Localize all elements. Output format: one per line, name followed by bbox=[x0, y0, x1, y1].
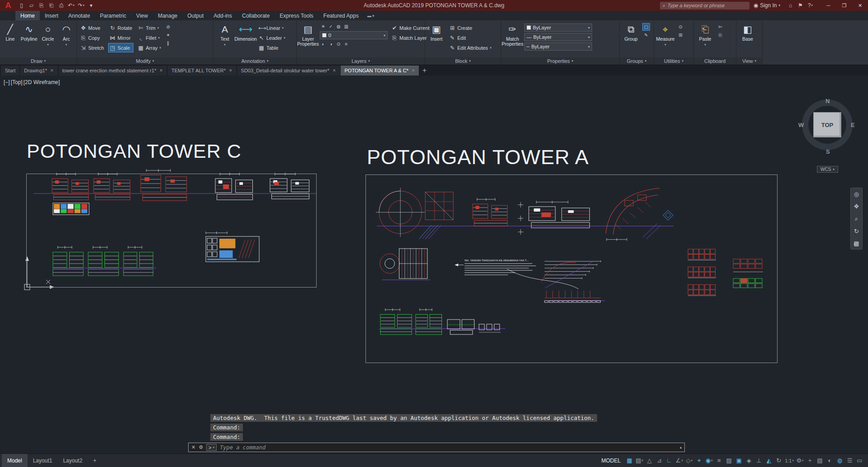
ribbon-tab-insert[interactable]: Insert bbox=[40, 11, 63, 20]
ribbon-layer-on-button[interactable]: ◑ bbox=[327, 41, 334, 47]
save-icon[interactable]: ⎘ bbox=[37, 1, 46, 10]
ribbon-edit-block-button[interactable]: ✎Edit bbox=[448, 33, 492, 42]
file-tab[interactable]: SD03_Detail-detail struktur water tower*… bbox=[237, 66, 341, 75]
file-tab[interactable]: Start bbox=[1, 66, 20, 75]
ribbon-match-properties-button[interactable]: ✑Match Properties bbox=[503, 22, 522, 47]
ribbon-arc-button[interactable]: ◠Arc▾ bbox=[58, 22, 74, 47]
panel-label-utilities[interactable]: Utilities▾ bbox=[654, 57, 693, 65]
plot-icon[interactable]: ⎙ bbox=[57, 1, 66, 10]
close-tab-icon[interactable]: ✕ bbox=[229, 68, 232, 73]
new-file-icon[interactable]: ▯ bbox=[17, 1, 26, 10]
status-quick-properties-toggle[interactable]: ▤ bbox=[815, 455, 825, 466]
file-tab[interactable]: Drawing1*✕ bbox=[20, 66, 58, 75]
object-color-select[interactable]: ByLayer▾ bbox=[524, 24, 592, 32]
zoom-icon[interactable]: ⌕ bbox=[855, 215, 858, 222]
panel-label-annotation[interactable]: Annotation▾ bbox=[213, 57, 296, 65]
status-annotation-visibility-toggle[interactable]: ◭ bbox=[764, 455, 773, 466]
ribbon-layer-lock-button[interactable]: ▥ bbox=[343, 23, 350, 30]
viewcube-east[interactable]: E bbox=[851, 122, 855, 128]
ribbon-tab-annotate[interactable]: Annotate bbox=[63, 11, 95, 20]
ribbon-paste-button[interactable]: ⎗Paste▾ bbox=[696, 22, 714, 47]
ribbon-create-block-button[interactable]: ⊞Create bbox=[448, 24, 492, 32]
pan-icon[interactable]: ✥ bbox=[854, 203, 859, 210]
help-icon[interactable]: ?▾ bbox=[806, 1, 815, 10]
file-tab[interactable]: POTONGAN TOWER A & C*✕ bbox=[341, 66, 420, 75]
ribbon-tab-add-ins[interactable]: Add-ins bbox=[209, 11, 237, 20]
ribbon-insert-button[interactable]: ▣Insert bbox=[427, 22, 446, 42]
ribbon-layer-freeze-button[interactable]: ◍ bbox=[335, 23, 342, 30]
ribbon-move-button[interactable]: ✥Move bbox=[79, 24, 105, 32]
linetype-select[interactable]: ╌ByLayer▾ bbox=[524, 42, 592, 51]
new-layout-button[interactable]: + bbox=[88, 454, 102, 467]
status-isodraft-toggle[interactable]: ◇▾ bbox=[684, 455, 694, 466]
status-polar-tracking-toggle[interactable]: ∠▾ bbox=[674, 455, 684, 466]
status-customization-toggle[interactable]: ☰ bbox=[845, 455, 854, 466]
ribbon-stretch-button[interactable]: ⇲Stretch bbox=[79, 43, 105, 52]
orbit-icon[interactable]: ↻ bbox=[854, 228, 859, 235]
ribbon-make-current-button[interactable]: ✔Make Current bbox=[390, 24, 431, 32]
status-selection-cycling-toggle[interactable]: ▣ bbox=[734, 455, 744, 466]
close-tab-icon[interactable]: ✕ bbox=[332, 68, 336, 73]
ribbon-tab-featured-apps[interactable]: Featured Apps bbox=[318, 11, 364, 20]
command-input[interactable] bbox=[220, 444, 677, 451]
ribbon-erase-button[interactable]: ⊘ bbox=[165, 24, 171, 30]
tower-a-viewport[interactable]: NN, YANGINI TANGGANYA KE ARAHMANA YAA ?.… bbox=[365, 175, 778, 363]
status-graphics-performance-toggle[interactable]: ◍ bbox=[835, 455, 844, 466]
ribbon-array-button[interactable]: ▦Array▾ bbox=[137, 43, 162, 52]
ribbon-edit-attributes-button[interactable]: ✎Edit Attributes▾ bbox=[448, 43, 492, 52]
close-tab-icon[interactable]: ✕ bbox=[412, 68, 415, 73]
panel-label-draw[interactable]: Draw▾ bbox=[0, 57, 76, 65]
command-history-toggle-icon[interactable]: ▴ bbox=[680, 445, 682, 449]
status-grid-display-toggle[interactable]: ▦ bbox=[625, 455, 634, 466]
ribbon-match-layer-button[interactable]: ⎘Match Layer bbox=[390, 33, 431, 42]
wcs-menu[interactable]: WCS ▾ bbox=[817, 166, 838, 173]
close-command-line-icon[interactable]: ✕ bbox=[191, 444, 195, 450]
panel-label-block[interactable]: Block▾ bbox=[425, 57, 501, 65]
new-drawing-tab-button[interactable]: + bbox=[419, 66, 429, 75]
ribbon-layer-off-button[interactable]: ◐ bbox=[320, 41, 327, 47]
ribbon-layer-walk-button[interactable]: ⊙ bbox=[335, 41, 342, 47]
viewcube-north[interactable]: N bbox=[825, 98, 830, 104]
ribbon-tab-home[interactable]: Home bbox=[15, 11, 40, 20]
ribbon-rotate-button[interactable]: ↻Rotate bbox=[109, 24, 133, 32]
stay-connected-icon[interactable]: ⚑ bbox=[796, 1, 805, 10]
qat-menu-icon[interactable]: ▾ bbox=[87, 1, 95, 10]
ribbon-trim-button[interactable]: ✄Trim▾ bbox=[137, 24, 162, 32]
ribbon-scale-button[interactable]: ◳Scale bbox=[109, 43, 133, 52]
show-motion-icon[interactable]: ▦▾ bbox=[854, 240, 859, 246]
customize-command-line-icon[interactable]: ⚙ bbox=[199, 444, 203, 450]
restore-button[interactable]: ❐ bbox=[836, 0, 852, 11]
panel-label-modify[interactable]: Modify▾ bbox=[77, 57, 213, 65]
ribbon-tab-collaborate[interactable]: Collaborate bbox=[237, 11, 275, 20]
panel-label-groups[interactable]: Groups▾ bbox=[620, 57, 654, 65]
ribbon-group-button[interactable]: ⧉Group bbox=[622, 22, 640, 42]
ribbon-tab-express-tools[interactable]: Express Tools bbox=[275, 11, 318, 20]
close-button[interactable]: ✕ bbox=[852, 0, 868, 11]
ribbon-group-edit-button[interactable]: ✎ bbox=[643, 32, 650, 38]
ribbon-offset-button[interactable]: ∥ bbox=[165, 40, 171, 47]
ribbon-tab-parametric[interactable]: Parametric bbox=[95, 11, 131, 20]
ribbon-line-button[interactable]: ╱Line bbox=[2, 22, 18, 42]
viewcube-south[interactable]: S bbox=[826, 148, 830, 155]
status-osnap-tracking-toggle[interactable]: ⌖ bbox=[694, 455, 704, 466]
ribbon-leader-button[interactable]: ↖Leader▾ bbox=[257, 33, 286, 42]
ribbon-display-toggle[interactable]: ▬▾ bbox=[364, 11, 378, 20]
ribbon-tab-view[interactable]: View bbox=[131, 11, 153, 20]
save-as-icon[interactable]: ⎗ bbox=[47, 1, 56, 10]
help-search[interactable]: ⌕ bbox=[660, 2, 749, 9]
viewport-control-2[interactable]: [2D Wireframe] bbox=[24, 79, 60, 85]
ribbon-layer-properties-button[interactable]: ▤Layer Properties bbox=[299, 22, 317, 47]
ribbon-layer-state-button[interactable]: ☀ bbox=[320, 23, 327, 30]
close-tab-icon[interactable]: ✕ bbox=[50, 68, 54, 73]
status-dynamic-input-toggle[interactable]: ⊿ bbox=[655, 455, 664, 466]
open-file-icon[interactable]: ▱ bbox=[27, 1, 36, 10]
redo-icon[interactable]: ↷▾ bbox=[77, 1, 85, 10]
status-lineweight-display-toggle[interactable]: ≡ bbox=[714, 455, 724, 466]
status-workspace-switching-toggle[interactable]: ⚙▾ bbox=[795, 455, 805, 466]
ribbon-layer-merge-button[interactable]: ≡ bbox=[343, 41, 350, 47]
status-annotation-monitor-toggle[interactable]: + bbox=[805, 455, 815, 466]
ribbon-ungroup-button[interactable]: ▢ bbox=[643, 24, 650, 30]
panel-label-layers[interactable]: Layers▾ bbox=[297, 57, 425, 65]
status-transparency-toggle[interactable]: ▨ bbox=[724, 455, 734, 466]
panel-label-properties[interactable]: Properties▾ bbox=[501, 57, 619, 65]
